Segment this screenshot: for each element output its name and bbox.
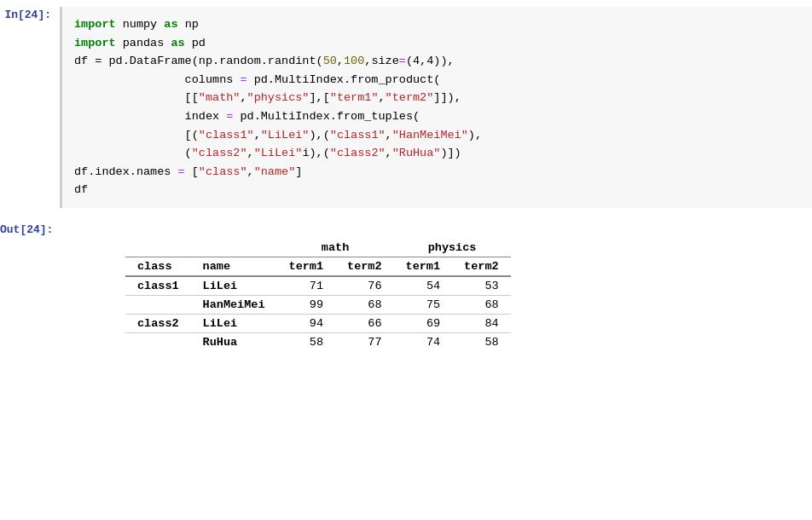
class-cell: class1 <box>125 276 191 296</box>
dataframe-wrapper: math physics class name term1 term2 term… <box>74 230 800 360</box>
physics-term2-cell: 58 <box>452 332 511 351</box>
physics-header: physics <box>394 239 511 257</box>
math-header: math <box>277 239 394 257</box>
class-cell <box>125 295 191 314</box>
alias-np: np <box>178 18 199 31</box>
physics-term2-header: term2 <box>452 257 511 276</box>
df-assign: df = pd.DataFrame(np.random.randint( <box>74 55 323 67</box>
class-cell: class2 <box>125 314 191 332</box>
math-term2-cell: 76 <box>335 276 394 296</box>
empty-th-0 <box>125 239 191 257</box>
eq-names: = <box>178 165 185 178</box>
comma7: , <box>386 147 392 159</box>
physics-term1-header: term1 <box>394 257 453 276</box>
math-term1-cell: 94 <box>277 314 336 332</box>
name-col-header: name <box>191 257 277 276</box>
as-kw-2: as <box>171 37 184 49</box>
index-names: df.index.names <box>74 165 178 178</box>
math-term2-cell: 77 <box>335 332 394 351</box>
comma6: , <box>247 147 254 159</box>
code-block: import numpy as np import pandas as pd d… <box>60 7 812 208</box>
mod-numpy: numpy <box>116 18 165 31</box>
physics-term1-cell: 54 <box>394 276 453 296</box>
input-label: In[24]: <box>0 7 60 208</box>
str-class-name: "class" <box>199 165 247 178</box>
comma5: , <box>386 129 392 142</box>
output-cell: Out[24]: math physics class <box>0 215 812 375</box>
math-term2-header: term2 <box>335 257 394 276</box>
import-kw-1: import <box>74 18 116 31</box>
physics-term1-cell: 75 <box>394 295 453 314</box>
physics-term2-cell: 84 <box>452 314 511 332</box>
math-term1-cell: 99 <box>277 295 336 314</box>
comma3: , <box>379 91 386 104</box>
header-row-1: class name term1 term2 term1 term2 <box>125 257 511 276</box>
notebook: In[24]: import numpy as np import pandas… <box>0 0 812 520</box>
str-physics: "physics" <box>247 91 310 104</box>
physics-term1-cell: 74 <box>394 332 453 351</box>
math-term2-cell: 68 <box>335 295 394 314</box>
str-class1a: "class1" <box>199 129 254 142</box>
physics-term2-cell: 53 <box>452 276 511 296</box>
str-lilei2: "LiLei" <box>254 147 303 159</box>
name-cell: HanMeiMei <box>191 295 277 314</box>
str-lilei1: "LiLei" <box>261 129 310 142</box>
str-ruhua: "RuHua" <box>392 147 441 159</box>
table-row: class1 LiLei 71 76 54 53 <box>125 276 511 296</box>
num-50: 50 <box>323 55 337 67</box>
str-term1: "term1" <box>330 91 379 104</box>
math-term2-cell: 66 <box>335 314 394 332</box>
eq-size: = <box>399 55 406 67</box>
empty-th-1 <box>191 239 277 257</box>
mod-pandas: pandas <box>116 37 171 49</box>
str-class2b: "class2" <box>330 147 386 159</box>
dataframe-table: math physics class name term1 term2 term… <box>125 239 511 351</box>
comma1: , <box>337 55 344 67</box>
output-label: Out[24]: <box>0 222 60 368</box>
paren3: i),( <box>302 147 329 159</box>
str-class1b: "class1" <box>330 129 386 142</box>
comma4: , <box>254 129 261 142</box>
num-100: 100 <box>344 55 364 67</box>
name-cell: LiLei <box>191 276 277 296</box>
output-content: math physics class name term1 term2 term… <box>60 222 812 368</box>
end-tuples: )]) <box>440 147 461 159</box>
math-term1-cell: 71 <box>277 276 336 296</box>
eq-cols: = <box>240 73 246 86</box>
import-kw-2: import <box>74 37 116 49</box>
str-name: "name" <box>254 165 296 178</box>
class-cell <box>125 332 191 351</box>
str-math: "math" <box>199 91 241 104</box>
str-hanmeimei: "HanMeiMei" <box>392 129 468 142</box>
table-row: HanMeiMei 99 68 75 68 <box>125 295 511 314</box>
paren1: ),( <box>309 129 329 142</box>
alias-pd: pd <box>185 37 206 49</box>
str-class2a: "class2" <box>192 147 247 159</box>
header-row-0: math physics <box>125 239 511 257</box>
names-val: [ <box>185 165 199 178</box>
bracket1: ],[ <box>309 91 329 104</box>
str-term2: "term2" <box>386 91 434 104</box>
name-cell: RuHua <box>191 332 277 351</box>
physics-term2-cell: 68 <box>452 295 511 314</box>
input-cell: In[24]: import numpy as np import pandas… <box>0 0 812 215</box>
math-term1-header: term1 <box>277 257 336 276</box>
comma2: , <box>240 91 246 104</box>
table-row: class2 LiLei 94 66 69 84 <box>125 314 511 332</box>
class-col-header: class <box>125 257 191 276</box>
table-row: RuHua 58 77 74 58 <box>125 332 511 351</box>
size-arg: ,size <box>364 55 399 67</box>
as-kw-1: as <box>164 18 177 31</box>
name-cell: LiLei <box>191 314 277 332</box>
code-pre: import numpy as np import pandas as pd d… <box>74 15 800 199</box>
math-term1-cell: 58 <box>277 332 336 351</box>
comma8: , <box>247 165 254 178</box>
physics-term1-cell: 69 <box>394 314 453 332</box>
